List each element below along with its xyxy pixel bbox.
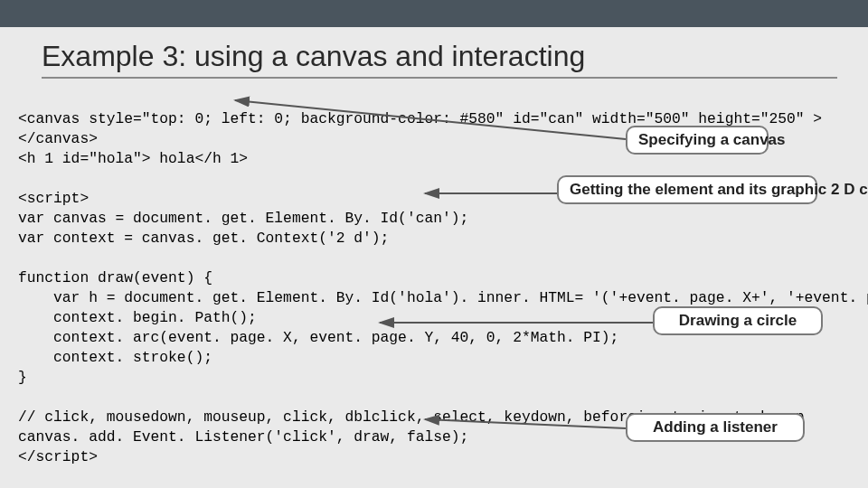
code-line: canvas. add. Event. Listener('click', dr… (18, 428, 468, 446)
code-line: <h 1 id="hola"> hola</h 1> (18, 150, 248, 167)
callout-context: Getting the element and its graphic 2 D … (557, 175, 817, 204)
callout-canvas: Specifying a canvas (626, 126, 769, 155)
code-block: <canvas style="top: 0; left: 0; backgrou… (18, 89, 852, 488)
code-line: context. arc(event. page. X, event. page… (18, 329, 618, 346)
code-line: context. stroke(); (18, 349, 212, 366)
code-line: } (18, 369, 27, 386)
code-line: var context = canvas. get. Context('2 d'… (18, 230, 389, 247)
top-bar (0, 0, 868, 27)
code-line: var canvas = document. get. Element. By.… (18, 210, 468, 227)
slide-title: Example 3: using a canvas and interactin… (42, 40, 837, 79)
code-line: context. begin. Path(); (18, 309, 257, 326)
code-line: <script> (18, 190, 89, 207)
code-line: function draw(event) { (18, 269, 212, 286)
callout-circle: Drawing a circle (653, 306, 823, 335)
code-line: var h = document. get. Element. By. Id('… (18, 289, 868, 306)
callout-listener: Adding a listener (626, 413, 805, 442)
code-line: </script> (18, 448, 98, 465)
code-line: </canvas> (18, 130, 98, 147)
